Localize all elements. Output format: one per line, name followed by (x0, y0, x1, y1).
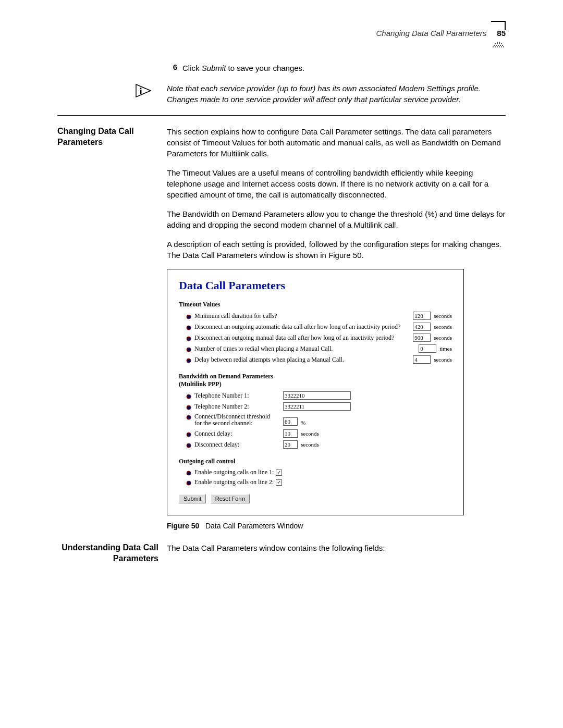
bullet-icon (186, 325, 191, 330)
section-divider (57, 115, 506, 116)
info-triangle-icon (136, 84, 151, 100)
svg-point-22 (187, 337, 191, 341)
svg-point-18 (140, 88, 142, 89)
svg-point-14 (501, 43, 502, 44)
bullet-icon (186, 442, 191, 448)
field-label: Disconnect an outgoing manual data call … (194, 334, 394, 342)
step-item: 6 Click Submit to save your changes. (167, 63, 506, 73)
svg-point-26 (187, 405, 191, 410)
unit-label: seconds (301, 441, 319, 448)
svg-point-28 (187, 433, 191, 437)
body-paragraph: The Timeout Values are a useful means of… (167, 167, 506, 200)
svg-point-23 (187, 348, 191, 352)
svg-point-8 (498, 45, 499, 46)
figure-window: Data Call Parameters Timeout Values Mini… (167, 269, 464, 515)
redial-times-input[interactable] (419, 344, 436, 353)
svg-point-3 (499, 46, 500, 47)
min-call-input[interactable] (413, 312, 431, 320)
form-row: Minimum call duration for calls? seconds (179, 312, 452, 320)
svg-point-9 (500, 45, 501, 46)
group-sublabel: (Multilink PPP) (179, 380, 452, 388)
field-label: Connect/Disconnect thresholdfor the seco… (194, 413, 283, 427)
field-label: Minimum call duration for calls? (194, 312, 277, 320)
field-label: Number of times to redial when placing a… (194, 345, 333, 353)
running-header-title: Changing Data Call Parameters (376, 29, 487, 38)
unit-label: % (301, 419, 305, 426)
svg-point-30 (187, 471, 191, 475)
unit-label: seconds (434, 313, 452, 319)
svg-point-24 (187, 359, 191, 363)
checkbox-row: Enable outgoing calls on line 2: ✓ (179, 478, 452, 486)
svg-point-13 (499, 43, 500, 44)
telephone-1-input[interactable] (283, 391, 351, 400)
step-text: Click Submit to save your changes. (182, 63, 304, 73)
threshold-input[interactable] (283, 417, 298, 426)
window-title: Data Call Parameters (179, 279, 452, 292)
bullet-icon (186, 357, 191, 363)
group-label: Outgoing call control (179, 458, 452, 465)
checkbox-row: Enable outgoing calls on line 1: ✓ (179, 468, 452, 476)
bullet-icon (186, 470, 191, 475)
form-row: Telephone Number 2: (179, 402, 452, 411)
enable-line2-checkbox[interactable]: ✓ (276, 479, 282, 486)
telephone-2-input[interactable] (283, 402, 351, 411)
svg-point-27 (187, 415, 191, 419)
field-label: Telephone Number 1: (194, 392, 283, 400)
bullet-icon (186, 336, 191, 341)
svg-point-31 (187, 481, 191, 485)
enable-line1-checkbox[interactable]: ✓ (276, 470, 282, 476)
form-row: Disconnect delay: seconds (179, 440, 452, 449)
svg-point-5 (503, 46, 504, 47)
dot-pattern-decoration (492, 41, 506, 48)
group-label: Bandwidth on Demand Parameters (179, 373, 452, 380)
bullet-icon (186, 404, 191, 410)
step-number: 6 (167, 63, 177, 73)
svg-point-7 (496, 45, 497, 46)
disconnect-delay-input[interactable] (283, 440, 298, 449)
bullet-icon (186, 393, 191, 399)
note-text: Note that each service provider (up to f… (167, 83, 506, 105)
form-row: Disconnect an outgoing manual data call … (179, 334, 452, 342)
field-label: Disconnect delay: (194, 441, 283, 449)
svg-point-12 (497, 43, 498, 44)
field-label: Delay between redial attempts when placi… (194, 356, 344, 364)
svg-point-10 (502, 45, 503, 46)
svg-point-1 (495, 46, 496, 47)
body-paragraph: The Data Call Parameters window contains… (167, 542, 506, 553)
field-label: Telephone Number 2: (194, 403, 283, 411)
svg-point-0 (493, 46, 494, 47)
svg-point-21 (187, 326, 191, 330)
page-number: 85 (497, 29, 506, 38)
svg-point-11 (495, 43, 496, 44)
redial-delay-input[interactable] (413, 355, 431, 364)
form-row: Telephone Number 1: (179, 391, 452, 400)
checkbox-label: Enable outgoing calls on line 2: (194, 478, 274, 486)
form-row: Connect/Disconnect thresholdfor the seco… (179, 413, 452, 427)
auto-disconnect-input[interactable] (413, 323, 431, 331)
bullet-icon (186, 347, 191, 352)
svg-point-25 (187, 394, 191, 399)
svg-point-20 (187, 315, 191, 319)
field-label: Connect delay: (194, 430, 283, 438)
bullet-icon (186, 431, 191, 437)
unit-label: seconds (434, 335, 452, 341)
form-row: Disconnect an outgoing automatic data ca… (179, 323, 452, 331)
figure-caption: Figure 50 Data Call Parameters Window (167, 522, 506, 530)
form-row: Number of times to redial when placing a… (179, 344, 452, 353)
submit-button[interactable]: Submit (179, 494, 206, 503)
svg-point-4 (501, 46, 502, 47)
svg-point-16 (499, 42, 500, 43)
connect-delay-input[interactable] (283, 429, 298, 438)
section-heading: Changing Data Call Parameters (57, 126, 167, 148)
svg-marker-17 (136, 84, 151, 97)
unit-label: seconds (434, 356, 452, 363)
svg-point-6 (494, 45, 495, 46)
manual-disconnect-input[interactable] (413, 334, 431, 342)
unit-label: times (439, 346, 452, 352)
field-label: Disconnect an outgoing automatic data ca… (194, 323, 400, 331)
form-row: Delay between redial attempts when placi… (179, 355, 452, 364)
body-paragraph: A description of each setting is provide… (167, 239, 506, 261)
reset-button[interactable]: Reset Form (211, 494, 250, 503)
section-heading: Understanding Data Call Parameters (57, 542, 158, 564)
body-paragraph: This section explains how to configure D… (167, 126, 506, 159)
